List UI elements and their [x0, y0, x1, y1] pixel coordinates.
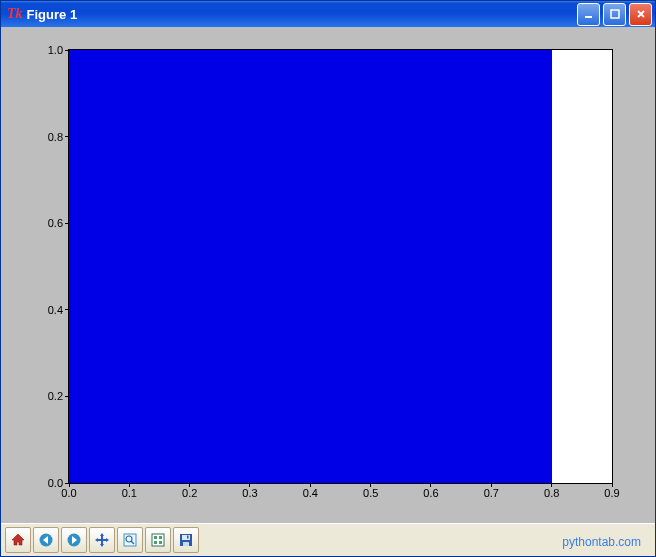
xtick-mark — [249, 483, 250, 487]
svg-rect-10 — [154, 541, 157, 544]
axes: 0.00.20.40.60.81.00.00.10.20.30.40.50.60… — [68, 49, 613, 484]
pan-button[interactable] — [89, 527, 115, 553]
watermark: pythontab.com — [562, 535, 641, 549]
series-fill — [69, 50, 552, 483]
zoom-button[interactable] — [117, 527, 143, 553]
save-icon — [178, 532, 194, 548]
xtick-mark — [310, 483, 311, 487]
figure-window: Tk Figure 1 0.00.20.40.60.81.00.00.10.20… — [0, 0, 656, 557]
ytick-mark — [65, 136, 69, 137]
titlebar[interactable]: Tk Figure 1 — [1, 1, 655, 27]
home-icon — [10, 532, 26, 548]
minimize-button[interactable] — [577, 3, 600, 26]
svg-rect-15 — [187, 536, 189, 539]
move-icon — [94, 532, 110, 548]
canvas-area: 0.00.20.40.60.81.00.00.10.20.30.40.50.60… — [13, 39, 643, 519]
svg-rect-11 — [159, 541, 162, 544]
back-button[interactable] — [33, 527, 59, 553]
ytick-mark — [65, 396, 69, 397]
nav-toolbar — [1, 523, 655, 556]
close-button[interactable] — [629, 3, 652, 26]
xtick-mark — [551, 483, 552, 487]
window-title: Figure 1 — [27, 7, 78, 22]
client-area: 0.00.20.40.60.81.00.00.10.20.30.40.50.60… — [1, 27, 655, 556]
ytick-mark — [65, 223, 69, 224]
svg-rect-7 — [152, 534, 164, 546]
xtick-mark — [370, 483, 371, 487]
tk-icon: Tk — [7, 6, 23, 22]
svg-rect-9 — [159, 536, 162, 539]
subplots-icon — [150, 532, 166, 548]
maximize-button[interactable] — [603, 3, 626, 26]
arrow-left-icon — [38, 532, 54, 548]
figure: 0.00.20.40.60.81.00.00.10.20.30.40.50.60… — [13, 39, 643, 519]
home-button[interactable] — [5, 527, 31, 553]
xtick-mark — [612, 483, 613, 487]
arrow-right-icon — [66, 532, 82, 548]
svg-rect-13 — [182, 535, 190, 540]
ytick-mark — [65, 309, 69, 310]
svg-rect-8 — [154, 536, 157, 539]
xtick-mark — [69, 483, 70, 487]
forward-button[interactable] — [61, 527, 87, 553]
zoom-icon — [122, 532, 138, 548]
ytick-mark — [65, 50, 69, 51]
xtick-mark — [129, 483, 130, 487]
subplots-button[interactable] — [145, 527, 171, 553]
svg-rect-1 — [611, 10, 619, 18]
save-button[interactable] — [173, 527, 199, 553]
xtick-mark — [491, 483, 492, 487]
svg-rect-0 — [585, 16, 592, 18]
xtick-mark — [430, 483, 431, 487]
svg-rect-14 — [183, 542, 189, 546]
xtick-mark — [189, 483, 190, 487]
